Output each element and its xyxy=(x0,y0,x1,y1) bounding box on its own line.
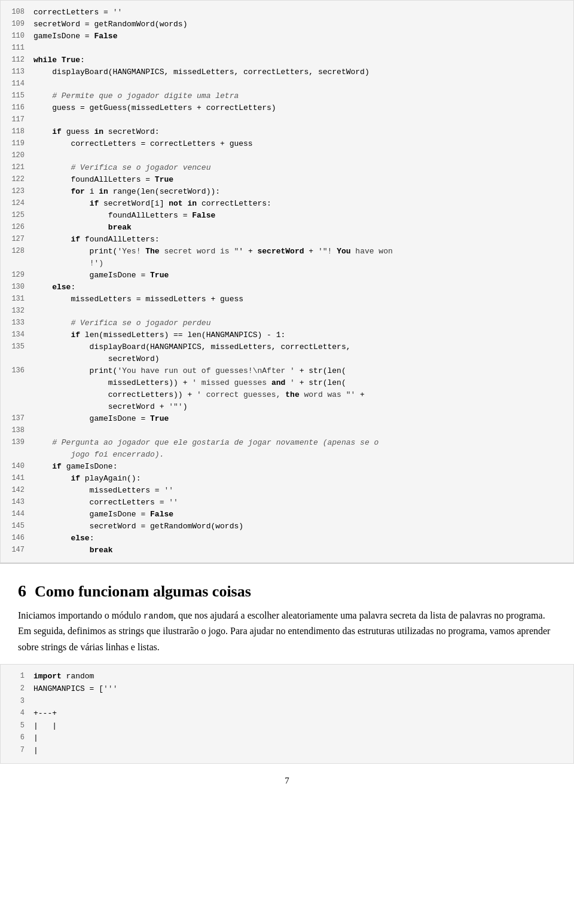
code-line-b3: 3 xyxy=(1,696,573,708)
code-line-136c: correctLetters)) + ' correct guesses, th… xyxy=(1,389,573,401)
code-line-118: 118 if guess in secretWord: xyxy=(1,126,573,138)
code-line-143: 143 correctLetters = '' xyxy=(1,497,573,509)
bottom-code-block: 1 import random 2 HANGMANPICS = [''' 3 4… xyxy=(0,664,574,764)
code-line-110: 110 gameIsDone = False xyxy=(1,30,573,42)
code-line-b1: 1 import random xyxy=(1,671,573,683)
code-line-119: 119 correctLetters = correctLetters + gu… xyxy=(1,138,573,150)
code-line-111: 111 xyxy=(1,42,573,54)
code-line-135b: secretWord) xyxy=(1,353,573,365)
code-line-123: 123 for i in range(len(secretWord)): xyxy=(1,186,573,198)
code-line-113: 113 displayBoard(HANGMANPICS, missedLett… xyxy=(1,66,573,78)
code-line-125: 125 foundAllLetters = False xyxy=(1,210,573,222)
code-line-135: 135 displayBoard(HANGMANPICS, missedLett… xyxy=(1,341,573,353)
code-line-121: 121 # Verifica se o jogador venceu xyxy=(1,162,573,174)
code-line-140: 140 if gameIsDone: xyxy=(1,461,573,473)
code-line-137: 137 gameIsDone = True xyxy=(1,413,573,425)
code-line-b2: 2 HANGMANPICS = [''' xyxy=(1,683,573,696)
section-heading: 6 Como funcionam algumas coisas xyxy=(0,582,574,601)
code-line-115: 115 # Permite que o jogador digite uma l… xyxy=(1,90,573,102)
code-line-146: 146 else: xyxy=(1,533,573,544)
top-code-block: 108 correctLetters = '' 109 secretWord =… xyxy=(0,0,574,563)
code-line-147: 147 break xyxy=(1,544,573,556)
code-line-117: 117 xyxy=(1,114,573,126)
code-line-142: 142 missedLetters = '' xyxy=(1,485,573,497)
code-line-129: 129 gameIsDone = True xyxy=(1,270,573,282)
code-line-139b: jogo foi encerrado). xyxy=(1,449,573,461)
code-line-131: 131 missedLetters = missedLetters + gues… xyxy=(1,293,573,305)
code-line-126: 126 break xyxy=(1,222,573,234)
code-line-128b: !') xyxy=(1,258,573,270)
code-line-114: 114 xyxy=(1,78,573,90)
code-line-144: 144 gameIsDone = False xyxy=(1,509,573,521)
code-line-120: 120 xyxy=(1,150,573,162)
code-line-116: 116 guess = getGuess(missedLetters + cor… xyxy=(1,102,573,114)
code-line-134: 134 if len(missedLetters) == len(HANGMAN… xyxy=(1,329,573,341)
code-line-133: 133 # Verifica se o jogador perdeu xyxy=(1,317,573,329)
code-line-112: 112 while True: xyxy=(1,54,573,66)
code-line-139: 139 # Pergunta ao jogador que ele gostar… xyxy=(1,437,573,449)
code-line-138: 138 xyxy=(1,425,573,437)
code-line-141: 141 if playAgain(): xyxy=(1,473,573,485)
code-line-122: 122 foundAllLetters = True xyxy=(1,174,573,186)
code-line-136b: missedLetters)) + ' missed guesses and '… xyxy=(1,377,573,389)
section-number: 6 xyxy=(18,582,26,601)
section-title: Como funcionam algumas coisas xyxy=(35,583,251,601)
code-line-109: 109 secretWord = getRandomWord(words) xyxy=(1,19,573,30)
section-divider xyxy=(0,563,574,564)
code-line-b7: 7 | xyxy=(1,745,573,757)
code-line-128: 128 print('Yes! The secret word is "' + … xyxy=(1,246,573,258)
code-line-b4: 4 +---+ xyxy=(1,708,573,720)
code-line-108: 108 correctLetters = '' xyxy=(1,7,573,19)
prose-paragraph-1: Iniciamos importando o módulo random, qu… xyxy=(0,608,574,655)
code-line-b5: 5 | | xyxy=(1,720,573,733)
code-line-145: 145 secretWord = getRandomWord(words) xyxy=(1,521,573,533)
code-line-124: 124 if secretWord[i] not in correctLette… xyxy=(1,198,573,210)
code-line-130: 130 else: xyxy=(1,282,573,293)
code-line-b6: 6 | xyxy=(1,732,573,745)
code-line-127: 127 if foundAllLetters: xyxy=(1,234,573,246)
code-line-136d: secretWord + '"') xyxy=(1,401,573,413)
code-line-136: 136 print('You have run out of guesses!\… xyxy=(1,365,573,377)
page-number: 7 xyxy=(0,776,574,792)
code-line-132: 132 xyxy=(1,305,573,317)
